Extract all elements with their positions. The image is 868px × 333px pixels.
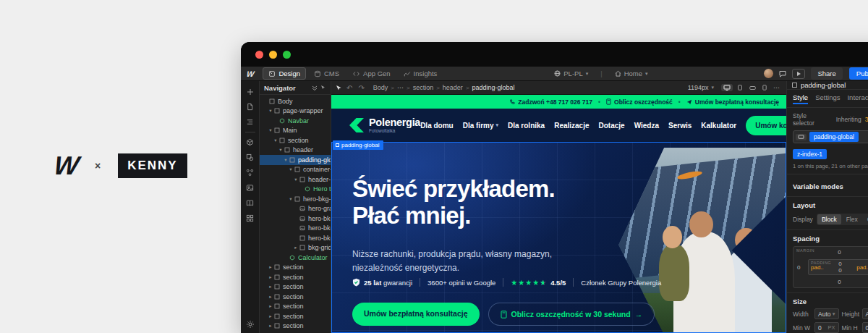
announce-link[interactable]: Oblicz oszczędność bbox=[606, 98, 673, 106]
display-option-block[interactable]: Block bbox=[817, 214, 841, 224]
tree-caret-icon[interactable]: ▾ bbox=[268, 127, 273, 133]
breadcrumb-item[interactable]: section bbox=[413, 84, 434, 91]
tree-caret-icon[interactable]: ▾ bbox=[278, 147, 284, 153]
tree-caret-icon[interactable]: ▸ bbox=[268, 284, 273, 290]
inheriting-count[interactable]: 3 select bbox=[865, 116, 868, 123]
pin-panel-icon[interactable] bbox=[320, 85, 326, 90]
navigator-item-hero-bkg-overlay[interactable]: hero-bkg-overlay bbox=[260, 233, 331, 243]
rail-pages-button[interactable] bbox=[243, 99, 258, 114]
preview-button[interactable] bbox=[792, 69, 805, 79]
breadcrumb-item[interactable]: Body bbox=[373, 84, 388, 91]
navigator-item-padding-global[interactable]: ▾ padding-global bbox=[260, 155, 331, 165]
navigator-item-header-conta-[interactable]: ▾ header-conta.. bbox=[260, 174, 331, 185]
user-avatar[interactable] bbox=[764, 69, 773, 78]
spacing-control[interactable]: MARGIN 0 0 0 0 PADDING 0 0 pad.. pad.. bbox=[793, 246, 868, 288]
rail-assets-button[interactable] bbox=[243, 150, 258, 165]
navigator-item-section[interactable]: ▾ section bbox=[260, 135, 331, 146]
style-panel-tab-settings[interactable]: Settings bbox=[815, 93, 840, 104]
rail-media-button[interactable] bbox=[243, 180, 258, 195]
breakpoint-phone-landscape-icon[interactable] bbox=[747, 85, 758, 91]
redo-icon[interactable]: ↷ bbox=[358, 84, 364, 92]
breakpoint-desktop-icon[interactable] bbox=[721, 84, 733, 91]
navigator-item-container-global[interactable]: ▾ container-global bbox=[260, 165, 331, 175]
selected-element-label[interactable]: padding-global bbox=[333, 140, 383, 150]
menu-item-wiedza[interactable]: Wiedza bbox=[634, 122, 659, 130]
rail-variables-button[interactable] bbox=[243, 165, 258, 180]
toolbar-tab-cms[interactable]: CMS bbox=[309, 67, 344, 80]
collapse-all-icon[interactable] bbox=[312, 85, 318, 90]
rail-settings-button[interactable] bbox=[243, 316, 258, 332]
zoom-window-button[interactable] bbox=[283, 51, 291, 59]
navigator-item-section[interactable]: ▸ section bbox=[260, 321, 331, 332]
tree-caret-icon[interactable]: ▾ bbox=[273, 138, 278, 143]
menu-item-dla-domu[interactable]: Dla domu bbox=[420, 122, 454, 130]
navigator-item-hero-bkg-as-[interactable]: hero-bkg-as.. bbox=[260, 224, 331, 234]
navigator-item-section[interactable]: ▸ section bbox=[260, 272, 331, 282]
breakpoint-more-icon[interactable]: ⋯ bbox=[771, 83, 782, 92]
navigator-item-hero-gradient[interactable]: hero-gradient bbox=[260, 204, 331, 214]
navigator-item-hero-bkg-asset[interactable]: hero-bkg-asset bbox=[260, 214, 331, 224]
breadcrumb-item[interactable]: header bbox=[443, 84, 463, 91]
variable-modes-section[interactable]: Variable modes bbox=[793, 182, 843, 190]
navigator-item-calculator[interactable]: Calculator bbox=[260, 253, 331, 263]
tree-caret-icon[interactable]: ▾ bbox=[293, 177, 299, 182]
style-panel-tab-style[interactable]: Style bbox=[793, 93, 808, 104]
tree-caret-icon[interactable]: ▾ bbox=[283, 157, 289, 163]
select-tool-icon[interactable] bbox=[336, 85, 342, 91]
announce-link[interactable]: Zadzwoń +48 717 026 717 bbox=[509, 98, 592, 106]
padding-bottom-value[interactable]: 0 bbox=[838, 267, 841, 274]
locale-switcher[interactable]: PL-PL▾ bbox=[549, 68, 593, 79]
rail-components-button[interactable] bbox=[243, 135, 258, 150]
nav-cta-button[interactable]: Umów konsultację bbox=[746, 116, 786, 135]
page-selector[interactable]: Home▾ bbox=[610, 68, 653, 79]
size-input-min-w[interactable]: 0PX bbox=[814, 322, 839, 333]
navigator-item-section[interactable]: ▸ section bbox=[260, 263, 331, 273]
navigator-item-main[interactable]: ▾ Main bbox=[260, 126, 331, 136]
tree-caret-icon[interactable]: ▸ bbox=[268, 313, 273, 319]
tree-caret-icon[interactable]: ▸ bbox=[268, 323, 273, 329]
close-window-button[interactable] bbox=[255, 51, 263, 59]
navigator-item-section[interactable]: ▸ section bbox=[260, 292, 331, 302]
margin-left-value[interactable]: 0 bbox=[797, 264, 800, 271]
publish-button[interactable]: Publish bbox=[849, 67, 868, 80]
tree-caret-icon[interactable]: ▸ bbox=[293, 245, 299, 250]
padding-control[interactable]: PADDING 0 0 pad.. pad.. bbox=[808, 259, 868, 275]
breakpoint-phone-icon[interactable] bbox=[760, 84, 769, 91]
navigator-item-body[interactable]: Body bbox=[260, 96, 331, 106]
navigator-item-section[interactable]: ▸ section bbox=[260, 282, 331, 292]
navigator-item-section[interactable]: ▸ section bbox=[260, 302, 331, 312]
announce-link[interactable]: Umów bezpłatną konsultację bbox=[686, 98, 779, 106]
navigator-item-page-wrapper[interactable]: ▾ page-wrapper bbox=[260, 106, 331, 117]
style-panel-tab-interactions[interactable]: Interactions bbox=[847, 93, 868, 104]
breadcrumb-item[interactable]: padding-global bbox=[472, 84, 515, 91]
size-input-min-h[interactable]: 0 bbox=[862, 322, 868, 333]
class-selector-input[interactable]: padding-global bbox=[793, 130, 868, 143]
menu-item-realizacje[interactable]: Realizacje bbox=[554, 122, 589, 130]
rail-libraries-button[interactable] bbox=[243, 195, 258, 211]
rail-add-button[interactable] bbox=[243, 84, 258, 99]
menu-item-kalkulator[interactable]: Kalkulator bbox=[701, 122, 736, 130]
state-chip[interactable]: z-index-1 bbox=[793, 149, 827, 159]
toolbar-tab-insights[interactable]: Insights bbox=[399, 67, 443, 80]
menu-item-serwis[interactable]: Serwis bbox=[668, 122, 692, 130]
hero-cta-secondary-button[interactable]: Oblicz oszczędność w 30 sekund → bbox=[488, 303, 655, 326]
navigator-item-bkg-grid-wrap[interactable]: ▸ bkg-grid-wrap bbox=[260, 243, 331, 253]
undo-icon[interactable]: ↶ bbox=[346, 84, 352, 92]
class-chip[interactable]: padding-global bbox=[809, 132, 859, 142]
menu-item-dla-rolnika[interactable]: Dla rolnika bbox=[508, 122, 545, 130]
tree-caret-icon[interactable]: ▸ bbox=[268, 274, 273, 280]
padding-left-value[interactable]: pad.. bbox=[811, 264, 824, 271]
breakpoint-tablet-icon[interactable] bbox=[735, 84, 745, 91]
navigator-item-navbar[interactable]: Navbar bbox=[260, 116, 331, 126]
size-input-width[interactable]: Auto▾ bbox=[814, 308, 839, 319]
webflow-menu-icon[interactable]: W bbox=[246, 69, 255, 78]
margin-bottom-value[interactable]: 0 bbox=[838, 279, 841, 285]
tree-caret-icon[interactable]: ▾ bbox=[288, 196, 294, 202]
size-input-height[interactable]: Auto bbox=[862, 308, 868, 319]
canvas-width-value[interactable]: 1194px bbox=[688, 84, 709, 91]
minimize-window-button[interactable] bbox=[269, 51, 277, 59]
comments-button[interactable] bbox=[776, 69, 789, 79]
tree-caret-icon[interactable]: ▸ bbox=[268, 303, 273, 309]
menu-item-dotacje[interactable]: Dotacje bbox=[599, 122, 625, 130]
tree-caret-icon[interactable]: ▾ bbox=[288, 166, 294, 172]
